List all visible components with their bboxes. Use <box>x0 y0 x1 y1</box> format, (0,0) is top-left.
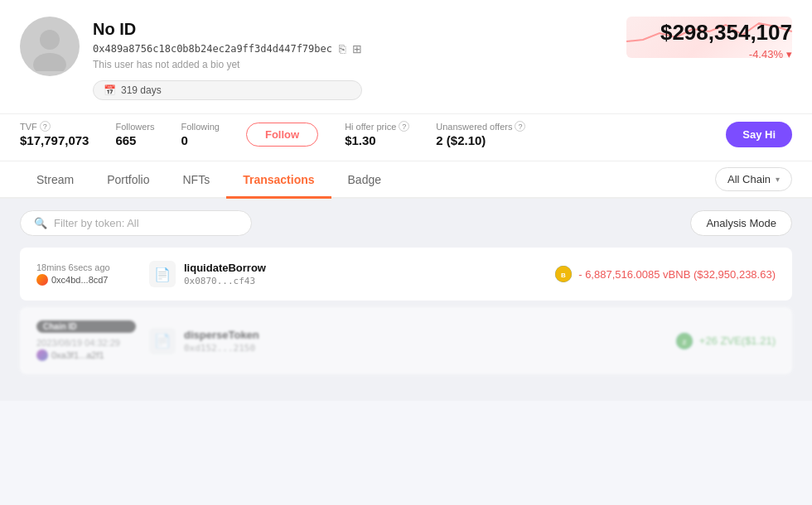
price-change-value: -4.43% <box>749 48 783 60</box>
tabs-section: Stream Portfolio NFTs Transactions Badge… <box>0 161 812 199</box>
tx-from-address-1: 0xc4bd...8cd7 <box>51 275 109 285</box>
tx-time-2: 2023/08/19 04:32:29 <box>36 338 136 348</box>
filter-placeholder: Filter by token: All <box>54 217 139 229</box>
follow-button[interactable]: Follow <box>246 123 318 147</box>
chain-select[interactable]: All Chain ▾ <box>715 167 792 191</box>
tab-transactions[interactable]: Transactions <box>226 161 331 199</box>
chain-id-badge: Chain ID <box>36 320 136 333</box>
hi-offer-help-icon[interactable]: ? <box>399 121 409 132</box>
transaction-row: Chain ID 2023/08/19 04:32:29 0xa3f1...a2… <box>20 307 792 374</box>
tx-mid-1: 📄 liquidateBorrow 0x0870...cf43 <box>149 261 555 287</box>
svg-point-0 <box>40 30 60 50</box>
profile-left: No ID 0x489a8756c18c0b8b24ec2a9ff3d4d447… <box>20 17 362 100</box>
stat-following: Following 0 <box>181 122 220 147</box>
profile-name: No ID <box>93 20 362 39</box>
price-change: -4.43% ▾ <box>749 48 792 60</box>
tx-coin-icon-2: Z <box>676 333 693 349</box>
stat-tvf: TVF ? $17,797,073 <box>20 121 89 147</box>
stat-unanswered: Unanswered offers ? 2 ($2.10) <box>436 121 525 147</box>
tx-left-1: 18mins 6secs ago 0xc4bd...8cd7 <box>36 262 136 286</box>
tx-details-2: disperseToken 0xd152...2150 <box>184 329 259 354</box>
stats-section: TVF ? $17,797,073 Followers 665 Followin… <box>0 114 812 161</box>
unanswered-help-icon[interactable]: ? <box>515 121 525 132</box>
chevron-down-icon: ▾ <box>786 48 792 60</box>
filter-row: 🔍 Filter by token: All Analysis Mode <box>0 199 812 248</box>
hi-offer-label: Hi offer price <box>345 122 396 132</box>
tx-left-2: Chain ID 2023/08/19 04:32:29 0xa3f1...a2… <box>36 320 136 361</box>
tx-coin-icon-1: B <box>555 266 572 282</box>
tx-right-1: B - 6,887,516.0085 vBNB ($32,950,238.63) <box>555 266 776 282</box>
qr-icon[interactable]: ⊞ <box>352 42 362 55</box>
tx-right-2: Z +26 ZVE($1.21) <box>676 333 776 349</box>
tx-hash-2: 0xd152...2150 <box>184 343 259 354</box>
tx-method-icon-2: 📄 <box>149 328 176 354</box>
tx-from-2: 0xa3f1...a2f1 <box>36 349 136 361</box>
token-filter[interactable]: 🔍 Filter by token: All <box>20 210 252 236</box>
tvf-value: $17,797,073 <box>20 133 89 147</box>
follow-btn-wrapper: Follow <box>246 123 318 147</box>
transactions-list: 18mins 6secs ago 0xc4bd...8cd7 📄 liquida… <box>0 248 812 401</box>
transaction-row: 18mins 6secs ago 0xc4bd...8cd7 📄 liquida… <box>20 248 792 301</box>
wallet-address: 0x489a8756c18c0b8b24ec2a9ff3d4d447f79bec <box>93 43 332 55</box>
tab-badge[interactable]: Badge <box>331 161 398 199</box>
tx-details-1: liquidateBorrow 0x0870...cf43 <box>184 262 266 286</box>
tx-amount-1: - 6,887,516.0085 vBNB ($32,950,238.63) <box>578 268 776 281</box>
tx-method-icon-1: 📄 <box>149 261 176 287</box>
unanswered-label: Unanswered offers <box>436 122 512 132</box>
profile-right: $298,354,107 -4.43% ▾ <box>560 17 792 66</box>
followers-value: 665 <box>115 133 154 147</box>
search-icon: 🔍 <box>34 217 47 229</box>
tx-from-address-2: 0xa3f1...a2f1 <box>51 350 104 360</box>
svg-text:Z: Z <box>682 339 686 346</box>
tabs-list: Stream Portfolio NFTs Transactions Badge <box>20 161 398 197</box>
tx-method-2: disperseToken <box>184 329 259 341</box>
profile-address-row: 0x489a8756c18c0b8b24ec2a9ff3d4d447f79bec… <box>93 42 362 55</box>
following-label: Following <box>181 122 220 132</box>
stat-followers: Followers 665 <box>115 122 154 147</box>
sayhi-button[interactable]: Say Hi <box>726 122 792 147</box>
price-chart-area: $298,354,107 -4.43% ▾ <box>560 17 792 66</box>
from-dot-icon-2 <box>36 349 48 361</box>
tab-stream[interactable]: Stream <box>20 161 90 199</box>
sayhi-wrapper: Say Hi <box>726 122 792 147</box>
tx-amount-2: +26 ZVE($1.21) <box>699 334 776 347</box>
following-value: 0 <box>181 133 220 147</box>
tx-hash-1: 0x0870...cf43 <box>184 276 266 286</box>
from-dot-icon-1 <box>36 274 48 286</box>
profile-info: No ID 0x489a8756c18c0b8b24ec2a9ff3d4d447… <box>93 17 362 100</box>
avatar <box>20 17 80 76</box>
tx-method-1: liquidateBorrow <box>184 262 266 274</box>
tvf-label: TVF <box>20 122 37 132</box>
tvf-help-icon[interactable]: ? <box>40 121 51 132</box>
tx-from-1: 0xc4bd...8cd7 <box>36 274 136 286</box>
followers-label: Followers <box>115 122 154 132</box>
profile-section: No ID 0x489a8756c18c0b8b24ec2a9ff3d4d447… <box>0 0 812 114</box>
unanswered-value: 2 ($2.10) <box>436 133 525 147</box>
tab-nfts[interactable]: NFTs <box>166 161 226 199</box>
days-badge: 📅 319 days <box>93 80 362 100</box>
svg-text:B: B <box>561 272 566 279</box>
svg-point-1 <box>33 53 66 71</box>
days-count: 319 days <box>121 84 162 96</box>
chain-select-label: All Chain <box>727 173 771 185</box>
tx-mid-2: 📄 disperseToken 0xd152...2150 <box>149 328 676 354</box>
chain-chevron-icon: ▾ <box>776 175 780 184</box>
tx-time-1: 18mins 6secs ago <box>36 262 136 272</box>
calendar-icon: 📅 <box>104 84 116 96</box>
profile-bio: This user has not added a bio yet <box>93 59 362 70</box>
analysis-mode-button[interactable]: Analysis Mode <box>690 210 792 236</box>
copy-icon[interactable]: ⎘ <box>339 42 346 55</box>
portfolio-price: $298,354,107 <box>660 20 792 46</box>
stat-hi-offer: Hi offer price ? $1.30 <box>345 121 409 147</box>
tab-portfolio[interactable]: Portfolio <box>90 161 166 199</box>
hi-offer-value: $1.30 <box>345 133 409 147</box>
